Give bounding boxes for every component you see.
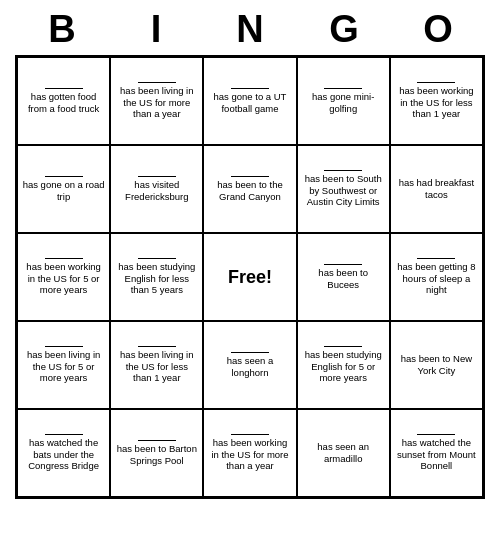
cell-text-r5c4: has seen an armadillo bbox=[302, 441, 385, 465]
cell-text-r3c1: has been working in the US for 5 or more… bbox=[22, 261, 105, 297]
bingo-cell-r5c4: has seen an armadillo bbox=[297, 409, 390, 497]
cell-text-r4c4: has been studying English for 5 or more … bbox=[302, 349, 385, 385]
bingo-cell-r4c4: has been studying English for 5 or more … bbox=[297, 321, 390, 409]
bingo-cell-r2c4: has been to South by Southwest or Austin… bbox=[297, 145, 390, 233]
bingo-cell-r3c2: has been studying English for less than … bbox=[110, 233, 203, 321]
letter-o: O bbox=[398, 8, 478, 51]
cell-text-r2c5: has had breakfast tacos bbox=[395, 177, 478, 201]
bingo-cell-r5c5: has watched the sunset from Mount Bonnel… bbox=[390, 409, 483, 497]
cell-text-r3c2: has been studying English for less than … bbox=[115, 261, 198, 297]
cell-text-r1c3: has gone to a UT football game bbox=[208, 91, 291, 115]
bingo-cell-r3c1: has been working in the US for 5 or more… bbox=[17, 233, 110, 321]
bingo-cell-r1c4: has gone mini-golfing bbox=[297, 57, 390, 145]
cell-text-r1c5: has been working in the US for less than… bbox=[395, 85, 478, 121]
cell-text-r4c3: has seen a longhorn bbox=[208, 355, 291, 379]
bingo-cell-r3c5: has been getting 8 hours of sleep a nigh… bbox=[390, 233, 483, 321]
cell-text-r4c1: has been living in the US for 5 or more … bbox=[22, 349, 105, 385]
bingo-cell-r5c2: has been to Barton Springs Pool bbox=[110, 409, 203, 497]
letter-b: B bbox=[22, 8, 102, 51]
cell-text-r3c5: has been getting 8 hours of sleep a nigh… bbox=[395, 261, 478, 297]
cell-text-r2c1: has gone on a road trip bbox=[22, 179, 105, 203]
bingo-cell-r1c5: has been working in the US for less than… bbox=[390, 57, 483, 145]
cell-text-r1c2: has been living in the US for more than … bbox=[115, 85, 198, 121]
bingo-cell-r2c1: has gone on a road trip bbox=[17, 145, 110, 233]
bingo-cell-r5c3: has been working in the US for more than… bbox=[203, 409, 296, 497]
cell-text-r3c4: has been to Bucees bbox=[302, 267, 385, 291]
bingo-cell-r1c1: has gotten food from a food truck bbox=[17, 57, 110, 145]
bingo-cell-r4c2: has been living in the US for less than … bbox=[110, 321, 203, 409]
cell-text-r2c4: has been to South by Southwest or Austin… bbox=[302, 173, 385, 209]
cell-text-r1c1: has gotten food from a food truck bbox=[22, 91, 105, 115]
cell-text-r1c4: has gone mini-golfing bbox=[302, 91, 385, 115]
cell-text-r5c3: has been working in the US for more than… bbox=[208, 437, 291, 473]
letter-n: N bbox=[210, 8, 290, 51]
bingo-cell-r4c3: has seen a longhorn bbox=[203, 321, 296, 409]
cell-text-r5c5: has watched the sunset from Mount Bonnel… bbox=[395, 437, 478, 473]
bingo-grid: has gotten food from a food truckhas bee… bbox=[15, 55, 485, 499]
bingo-cell-r1c3: has gone to a UT football game bbox=[203, 57, 296, 145]
cell-text-r4c5: has been to New York City bbox=[395, 353, 478, 377]
letter-g: G bbox=[304, 8, 384, 51]
bingo-cell-r1c2: has been living in the US for more than … bbox=[110, 57, 203, 145]
bingo-cell-r3c3: Free! bbox=[203, 233, 296, 321]
bingo-cell-r4c1: has been living in the US for 5 or more … bbox=[17, 321, 110, 409]
cell-text-r5c1: has watched the bats under the Congress … bbox=[22, 437, 105, 473]
cell-text-r2c3: has been to the Grand Canyon bbox=[208, 179, 291, 203]
bingo-cell-r3c4: has been to Bucees bbox=[297, 233, 390, 321]
cell-text-r2c2: has visited Fredericksburg bbox=[115, 179, 198, 203]
bingo-cell-r2c2: has visited Fredericksburg bbox=[110, 145, 203, 233]
letter-i: I bbox=[116, 8, 196, 51]
cell-text-r5c2: has been to Barton Springs Pool bbox=[115, 443, 198, 467]
bingo-cell-r2c3: has been to the Grand Canyon bbox=[203, 145, 296, 233]
bingo-cell-r2c5: has had breakfast tacos bbox=[390, 145, 483, 233]
bingo-title: B I N G O bbox=[15, 8, 485, 51]
cell-text-r4c2: has been living in the US for less than … bbox=[115, 349, 198, 385]
bingo-cell-r4c5: has been to New York City bbox=[390, 321, 483, 409]
bingo-cell-r5c1: has watched the bats under the Congress … bbox=[17, 409, 110, 497]
